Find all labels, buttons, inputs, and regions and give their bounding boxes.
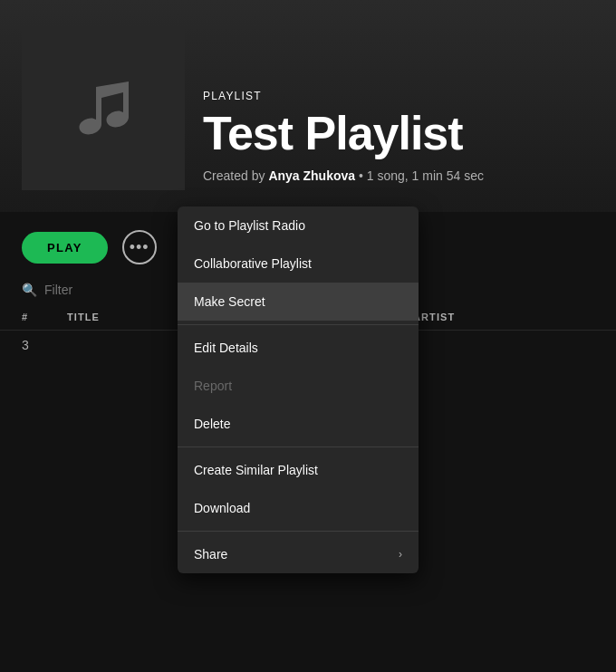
menu-item-edit-details[interactable]: Edit Details <box>178 329 419 367</box>
menu-item-label-collaborative-playlist: Collaborative Playlist <box>194 256 312 271</box>
track-number: 3 <box>22 338 67 352</box>
menu-item-go-to-playlist-radio[interactable]: Go to Playlist Radio <box>178 206 419 245</box>
col-num-header: # <box>22 312 67 322</box>
more-options-button[interactable]: ••• <box>122 230 157 264</box>
col-artist-header: ARTIST <box>413 312 594 322</box>
menu-item-label-edit-details: Edit Details <box>194 341 258 355</box>
menu-item-download[interactable]: Download <box>178 489 419 527</box>
search-icon: 🔍 <box>22 283 37 297</box>
creator-name: Anya Zhukova <box>268 168 355 183</box>
created-by-prefix: Created by <box>203 168 268 183</box>
menu-item-label-download: Download <box>194 501 250 515</box>
menu-divider <box>178 531 419 532</box>
menu-divider <box>178 324 419 325</box>
menu-item-label-share: Share <box>194 547 227 562</box>
menu-item-create-similar-playlist[interactable]: Create Similar Playlist <box>178 451 419 489</box>
playlist-meta: Created by Anya Zhukova • 1 song, 1 min … <box>203 168 484 183</box>
menu-item-label-go-to-playlist-radio: Go to Playlist Radio <box>194 218 305 233</box>
menu-item-report: Report <box>178 367 419 405</box>
menu-item-label-delete: Delete <box>194 417 230 431</box>
music-note-icon <box>67 72 140 145</box>
playlist-info: PLAYLIST Test Playlist Created by Anya Z… <box>203 90 484 190</box>
playlist-title: Test Playlist <box>203 108 484 159</box>
menu-item-delete[interactable]: Delete <box>178 405 419 443</box>
play-button[interactable]: PLAY <box>22 232 108 264</box>
context-menu: Go to Playlist RadioCollaborative Playli… <box>178 206 419 573</box>
menu-item-label-make-secret: Make Secret <box>194 294 265 309</box>
meta-suffix: • 1 song, 1 min 54 sec <box>355 168 484 183</box>
album-art <box>22 27 185 190</box>
menu-item-collaborative-playlist[interactable]: Collaborative Playlist <box>178 245 419 283</box>
ellipsis-icon: ••• <box>130 238 149 257</box>
menu-item-label-report: Report <box>194 379 232 393</box>
menu-divider <box>178 446 419 447</box>
menu-item-label-create-similar-playlist: Create Similar Playlist <box>194 463 318 477</box>
menu-item-share[interactable]: Share› <box>178 535 419 573</box>
chevron-right-icon: › <box>399 548 402 561</box>
playlist-header: PLAYLIST Test Playlist Created by Anya Z… <box>0 0 616 212</box>
menu-item-make-secret[interactable]: Make Secret <box>178 283 419 321</box>
playlist-type-label: PLAYLIST <box>203 90 484 102</box>
